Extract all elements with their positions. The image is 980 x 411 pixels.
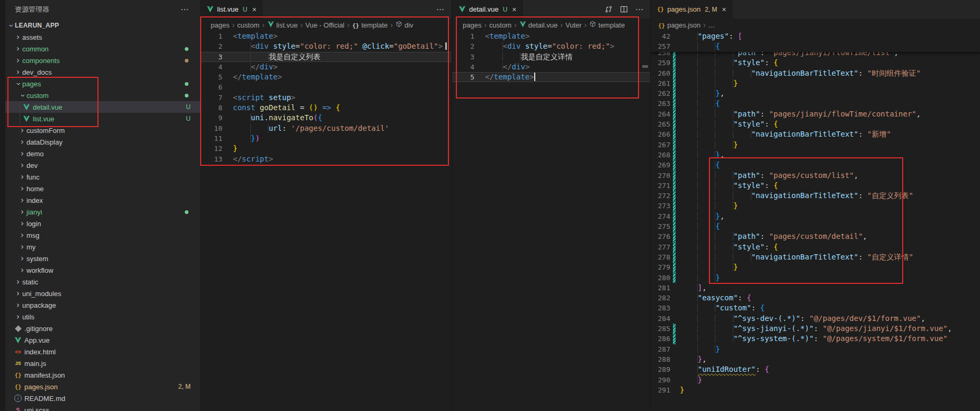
- chevron-right-icon[interactable]: ›: [18, 255, 26, 263]
- code-line-9[interactable]: 9 uni.navigateTo({: [200, 113, 452, 123]
- line-number[interactable]: 12: [200, 144, 222, 154]
- open-changes-icon[interactable]: [605, 5, 613, 13]
- sidebar-file-detail-vue[interactable]: detail.vueU: [5, 101, 200, 113]
- chevron-right-icon[interactable]: ›: [18, 138, 26, 146]
- sidebar-folder-login[interactable]: ›login: [5, 218, 200, 229]
- code-line-263[interactable]: 263 {: [651, 99, 980, 109]
- sidebar-folder-system[interactable]: ›system: [5, 253, 200, 264]
- close-icon[interactable]: ×: [252, 5, 256, 14]
- breadcrumb-item[interactable]: pages: [211, 21, 229, 29]
- line-number[interactable]: 282: [651, 293, 670, 303]
- explorer-more-actions-icon[interactable]: ⋯: [181, 5, 188, 14]
- tab-list-vue[interactable]: list.vue U ×: [200, 0, 263, 19]
- code-line-280[interactable]: 280 }: [651, 273, 980, 283]
- code-line-265[interactable]: 265 "style": {: [651, 119, 980, 129]
- code-line-13[interactable]: 13</script>: [200, 154, 452, 164]
- sidebar-file-list-vue[interactable]: list.vueU: [5, 113, 200, 124]
- code-line-3[interactable]: 3 我是自定义列表: [200, 52, 452, 62]
- code-line-3[interactable]: 3 我是自定义详情: [452, 52, 651, 62]
- breadcrumb-item[interactable]: …: [708, 21, 715, 29]
- sidebar-folder-my[interactable]: ›my: [5, 241, 200, 253]
- breadcrumb-item[interactable]: Vuter: [565, 21, 582, 29]
- code-line-257[interactable]: 257 {: [651, 41, 980, 51]
- code-line-1[interactable]: 1<template>: [200, 31, 452, 41]
- chevron-right-icon[interactable]: ›: [14, 290, 22, 298]
- close-icon[interactable]: ×: [512, 5, 516, 14]
- line-number[interactable]: 7: [200, 93, 222, 103]
- line-number[interactable]: 3: [200, 52, 222, 62]
- code-line-4[interactable]: 4 </div>: [452, 62, 651, 72]
- sidebar-folder-func[interactable]: ›func: [5, 171, 200, 183]
- sidebar-folder-static[interactable]: ›static: [5, 276, 200, 288]
- sidebar-folder-msg[interactable]: ›msg: [5, 229, 200, 241]
- code-editor-pages-json[interactable]: 258 "path": "pages/jianyi/flowTime/list"…: [651, 31, 980, 411]
- sidebar-folder-custom[interactable]: ›custom: [5, 90, 200, 101]
- chevron-right-icon[interactable]: ›: [18, 243, 26, 251]
- line-number[interactable]: 13: [200, 154, 222, 164]
- sidebar-file-app-vue[interactable]: App.vue: [5, 334, 200, 346]
- line-number[interactable]: 262: [651, 88, 670, 99]
- more-actions-icon[interactable]: ⋯: [635, 5, 643, 14]
- line-number[interactable]: 4: [200, 62, 222, 72]
- line-number[interactable]: 289: [651, 364, 670, 374]
- sidebar-file-pages-json[interactable]: {}pages.json2, M: [5, 381, 200, 392]
- sidebar-folder-home[interactable]: ›home: [5, 183, 200, 194]
- code-editor-list-vue[interactable]: 1<template>2 <div style="color: red;" @c…: [200, 31, 452, 411]
- chevron-right-icon[interactable]: ›: [14, 68, 22, 76]
- code-line-284[interactable]: 284 "^sys-dev-(.*)": "@/pages/dev/$1/for…: [651, 314, 980, 324]
- line-number[interactable]: 2: [200, 41, 222, 51]
- line-number[interactable]: 283: [651, 303, 670, 313]
- sidebar-folder-assets[interactable]: ›assets: [5, 31, 200, 43]
- sidebar-folder-datadisplay[interactable]: ›dataDisplay: [5, 136, 200, 148]
- line-number[interactable]: 291: [651, 385, 670, 395]
- breadcrumb[interactable]: pages›custom›detail.vue›Vuter›template: [452, 19, 651, 31]
- chevron-down-icon[interactable]: ›: [7, 21, 15, 30]
- line-number[interactable]: 1: [452, 31, 474, 41]
- line-number[interactable]: 278: [651, 252, 670, 262]
- line-number[interactable]: 6: [200, 82, 222, 92]
- line-number[interactable]: 259: [651, 58, 670, 68]
- line-number[interactable]: 5: [452, 72, 474, 82]
- line-number[interactable]: 285: [651, 324, 670, 334]
- line-number[interactable]: 275: [651, 221, 670, 231]
- code-line-282[interactable]: 282 "easycom": {: [651, 293, 980, 303]
- breadcrumb-item[interactable]: template: [589, 21, 625, 29]
- code-line-7[interactable]: 7<script setup>: [200, 93, 452, 103]
- line-number[interactable]: 273: [651, 201, 670, 211]
- breadcrumb-item[interactable]: div: [395, 21, 413, 29]
- line-number[interactable]: 263: [651, 99, 670, 109]
- line-number[interactable]: 272: [651, 191, 670, 201]
- code-line-285[interactable]: 285 "^sys-jianyi-(.*)": "@/pages/jianyi/…: [651, 324, 980, 334]
- tab-detail-vue[interactable]: detail.vue U ×: [452, 0, 524, 19]
- code-line-269[interactable]: 269 {: [651, 160, 980, 170]
- code-line-2[interactable]: 2 <div style="color: red;" @click="goDet…: [200, 41, 452, 51]
- line-number[interactable]: 264: [651, 109, 670, 119]
- code-line-42[interactable]: 42 "pages": [: [651, 31, 980, 41]
- sidebar-folder-uni-modules[interactable]: ›uni_modules: [5, 288, 200, 299]
- line-number[interactable]: 266: [651, 129, 670, 139]
- sticky-scroll[interactable]: 42 "pages": [257 {: [651, 31, 980, 52]
- chevron-right-icon[interactable]: ›: [18, 231, 26, 239]
- code-line-270[interactable]: 270 "path": "pages/custom/list",: [651, 171, 980, 181]
- chevron-right-icon[interactable]: ›: [18, 173, 26, 181]
- breadcrumb-item[interactable]: Vue - Official: [305, 21, 345, 29]
- line-number[interactable]: 286: [651, 334, 670, 344]
- code-line-4[interactable]: 4 </div>: [200, 62, 452, 72]
- sidebar-folder-dev[interactable]: ›dev: [5, 159, 200, 171]
- breadcrumb-item[interactable]: {}template: [352, 21, 388, 29]
- line-number[interactable]: 257: [651, 41, 670, 51]
- line-number[interactable]: 270: [651, 171, 670, 181]
- sidebar-folder-workflow[interactable]: ›workflow: [5, 264, 200, 276]
- tab-pages-json[interactable]: {} pages.json 2, M ×: [651, 0, 733, 19]
- line-number[interactable]: 274: [651, 211, 670, 221]
- line-number[interactable]: 276: [651, 231, 670, 242]
- line-number[interactable]: 271: [651, 181, 670, 191]
- code-line-288[interactable]: 288 },: [651, 354, 980, 364]
- line-number[interactable]: 261: [651, 78, 670, 88]
- code-line-5[interactable]: 5</template>: [200, 72, 452, 82]
- sidebar-folder-common[interactable]: ›common: [5, 43, 200, 55]
- chevron-right-icon[interactable]: ›: [18, 266, 26, 274]
- chevron-right-icon[interactable]: ›: [14, 313, 22, 321]
- sidebar-file-manifest-json[interactable]: {}manifest.json: [5, 369, 200, 381]
- code-line-268[interactable]: 268 },: [651, 150, 980, 160]
